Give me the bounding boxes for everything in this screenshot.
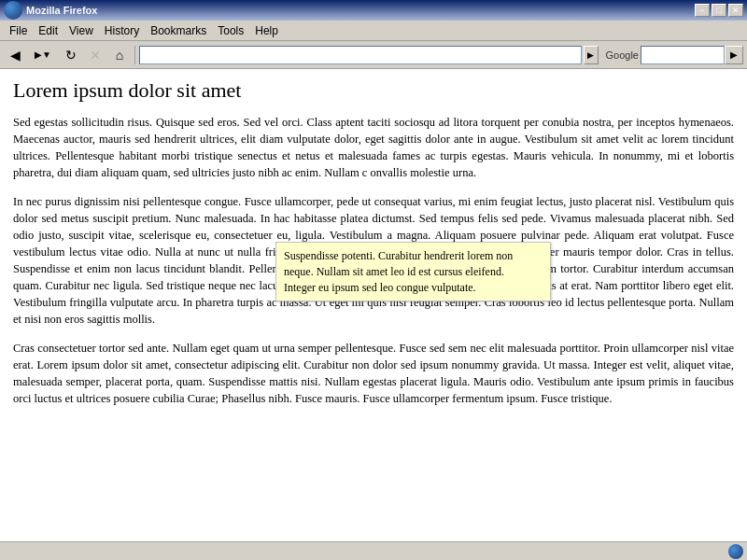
- menu-view[interactable]: View: [63, 22, 99, 39]
- search-input[interactable]: [641, 46, 725, 64]
- menu-file[interactable]: File: [4, 22, 33, 39]
- tooltip-line3: Integer eu ipsum sed leo congue vulputat…: [284, 281, 476, 294]
- tooltip-line2: neque. Nullam sit amet leo id est cursus…: [284, 265, 504, 278]
- forward-button[interactable]: ▶▼: [28, 45, 58, 65]
- tooltip-line1: Suspendisse potenti. Curabitur hendrerit…: [284, 249, 513, 262]
- title-bar-text: Mozilla Firefox: [26, 5, 97, 16]
- menu-help[interactable]: Help: [249, 22, 284, 39]
- minimize-button[interactable]: −: [695, 4, 710, 17]
- search-go-button[interactable]: ▶: [725, 46, 743, 64]
- page-title: Lorem ipsum dolor sit amet: [13, 78, 734, 103]
- status-bar: [0, 541, 747, 560]
- reload-button[interactable]: ↻: [60, 45, 82, 65]
- status-icon: [728, 544, 743, 559]
- paragraph-1: Sed egestas sollicitudin risus. Quisque …: [13, 114, 734, 182]
- menu-edit[interactable]: Edit: [33, 22, 63, 39]
- go-button[interactable]: ▶: [584, 46, 599, 64]
- stop-button[interactable]: ✕: [84, 45, 106, 65]
- toolbar: ◀ ▶▼ ↻ ✕ ⌂ ▶ Google ▶: [0, 41, 747, 69]
- title-bar-left: Mozilla Firefox: [4, 1, 97, 20]
- content-area: Lorem ipsum dolor sit amet Sed egestas s…: [0, 69, 747, 541]
- menu-history[interactable]: History: [99, 22, 145, 39]
- title-bar-buttons[interactable]: − □ ✕: [695, 4, 743, 17]
- paragraph-3: Cras consectetuer tortor sed ante. Nulla…: [13, 340, 734, 408]
- title-bar: Mozilla Firefox − □ ✕: [0, 0, 747, 21]
- back-button[interactable]: ◀: [4, 45, 26, 65]
- maximize-button[interactable]: □: [712, 4, 726, 17]
- toolbar-divider: [134, 46, 135, 64]
- menu-bar: File Edit View History Bookmarks Tools H…: [0, 21, 747, 41]
- close-button[interactable]: ✕: [728, 4, 743, 17]
- address-bar[interactable]: [139, 46, 582, 64]
- tooltip-popup: Suspendisse potenti. Curabitur hendrerit…: [275, 242, 551, 301]
- menu-tools[interactable]: Tools: [212, 22, 249, 39]
- firefox-icon: [4, 1, 22, 20]
- search-label: Google: [604, 49, 641, 61]
- menu-bookmarks[interactable]: Bookmarks: [145, 22, 212, 39]
- search-area: Google ▶: [604, 46, 743, 64]
- home-button[interactable]: ⌂: [108, 45, 131, 65]
